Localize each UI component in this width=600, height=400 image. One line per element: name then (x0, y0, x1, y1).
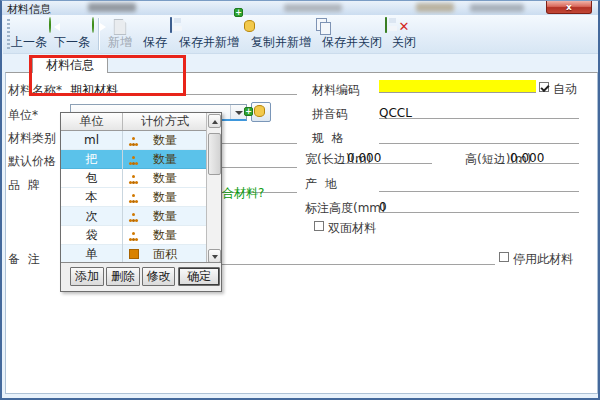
origin-input[interactable] (379, 179, 579, 192)
spec-label: 规 格 (312, 130, 344, 147)
material-info-dialog: 材料信息 x 上一条 下一条 新增 保存 + 保存并新增 复制并新增 保存并关闭… (0, 0, 600, 400)
copy-and-new-button[interactable]: 复制并新增 (247, 16, 315, 53)
title-bar: 材料信息 x (2, 1, 598, 15)
unit-dropdown-panel: 单位 计价方式 ml 数量 把 数量 包 数量 本 数量 次 数量 袋 数量 单… (60, 112, 222, 292)
save-and-close-button[interactable]: 保存并关闭 (318, 16, 386, 53)
brand-label: 品 牌 (8, 177, 40, 194)
scroll-down-icon[interactable] (208, 249, 221, 263)
arrow-right-circle-icon (92, 17, 94, 33)
double-sided-checkbox[interactable] (314, 221, 324, 231)
disable-material-checkbox[interactable] (499, 252, 509, 262)
auto-checkbox[interactable] (539, 82, 549, 92)
unit-dropdown-footer: 添加删除修改确定 (61, 262, 221, 291)
pinyin-label: 拼音码 (312, 106, 348, 123)
titlebar-blur-blob (416, 3, 454, 12)
next-button[interactable]: 下一条 (51, 16, 93, 53)
dd-delete-button[interactable]: 删除 (106, 267, 140, 286)
new-button: 新增 (105, 16, 135, 53)
quantity-dots-icon (132, 156, 135, 159)
dd-ok-button[interactable]: 确定 (178, 267, 220, 286)
unit-row[interactable]: ml 数量 (61, 131, 206, 150)
new-document-icon (114, 19, 127, 35)
code-input[interactable] (379, 80, 536, 93)
price-label: 默认价格 (8, 153, 56, 170)
close-button[interactable]: ✕ 关闭 (389, 16, 419, 53)
mark-height-label: 标注高度(mm) (305, 200, 386, 217)
unit-label: 单位* (8, 107, 38, 124)
pinyin-input[interactable]: QCCL (379, 106, 579, 119)
scroll-up-icon[interactable] (208, 114, 221, 128)
disable-material-label: 停用此材料 (513, 251, 573, 268)
code-label: 材料编码 (312, 82, 360, 99)
red-annotation-rectangle (29, 55, 186, 96)
unit-column-header: 单位 (61, 113, 123, 130)
spec-input[interactable] (379, 131, 579, 144)
dd-add-button[interactable]: 添加 (70, 267, 104, 286)
remark-label: 备 注 (8, 251, 40, 268)
scrollbar[interactable] (206, 113, 221, 264)
titlebar-blur-blob (88, 3, 136, 12)
unit-row[interactable]: 次 数量 (61, 207, 206, 226)
unit-row[interactable]: 本 数量 (61, 188, 206, 207)
dd-modify-button[interactable]: 修改 (142, 267, 175, 286)
window-title: 材料信息 (7, 2, 51, 15)
double-sided-label: 双面材料 (328, 220, 376, 237)
scrollbar-thumb[interactable] (208, 133, 221, 175)
quantity-dots-icon (132, 194, 135, 197)
save-button[interactable]: 保存 (139, 16, 171, 53)
green-floppy-icon (385, 17, 387, 33)
origin-label: 产 地 (305, 176, 337, 193)
category-label: 材料类别 (8, 130, 56, 147)
unit-row[interactable]: 袋 数量 (61, 226, 206, 245)
auto-label: 自动 (553, 81, 577, 98)
quantity-dots-icon (132, 213, 135, 216)
floppy-icon (170, 17, 172, 33)
quantity-dots-icon (132, 137, 135, 140)
pricing-method-column-header: 计价方式 (124, 113, 206, 130)
prev-button[interactable]: 上一条 (8, 16, 50, 53)
toolbar: 上一条 下一条 新增 保存 + 保存并新增 复制并新增 保存并关闭 ✕ 关闭 (3, 15, 599, 54)
width-input[interactable]: 0.000 (345, 151, 432, 164)
save-and-new-button[interactable]: + 保存并新增 (175, 16, 243, 53)
unit-dropdown-header: 单位 计价方式 (61, 113, 206, 131)
titlebar-blur-blob (470, 4, 524, 12)
unit-add-button[interactable]: + (251, 102, 271, 122)
mark-height-input[interactable]: 0 (379, 200, 579, 213)
toolbar-separator (98, 18, 99, 50)
height-input[interactable]: 0.000 (507, 151, 579, 164)
unit-row[interactable]: 把 数量 (61, 150, 206, 169)
unit-row[interactable]: 包 数量 (61, 169, 206, 188)
window-close-button[interactable]: x (546, 1, 592, 14)
titlebar-blur-blob (284, 4, 342, 12)
area-square-icon (129, 249, 139, 259)
quantity-dots-icon (132, 232, 135, 235)
quantity-dots-icon (132, 175, 135, 178)
